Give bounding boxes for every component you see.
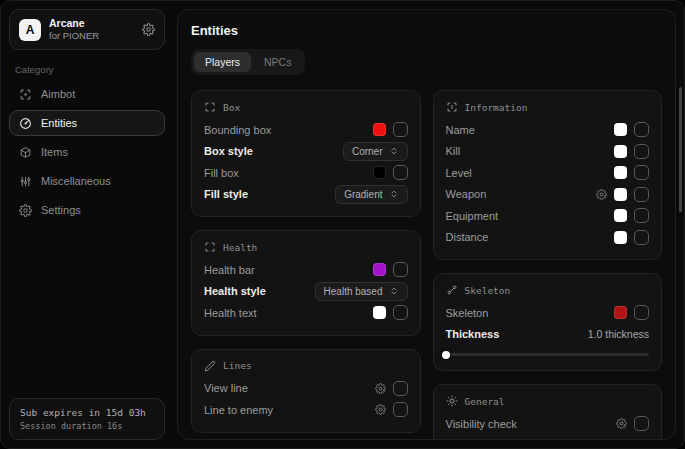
row-box-style: Box style Corner [204,141,408,163]
row-kill: Kill [446,141,650,163]
left-column: Box Bounding box Box style Corne [191,90,421,433]
sidebar-item-aimbot[interactable]: Aimbot [9,81,165,107]
slider-thumb[interactable] [442,351,450,359]
color-swatch[interactable] [373,123,386,136]
scrollbar-thumb[interactable] [679,87,682,212]
category-label: Category [15,64,159,75]
row-name: Name [446,119,650,141]
dropdown-value: Gradient [344,189,382,200]
health-bar-checkbox[interactable] [393,262,408,277]
sidebar-item-label: Miscellaneous [41,175,111,187]
panel-title: Skeleton [465,285,511,296]
brand-card: A Arcane for PIONER [9,9,165,50]
row-health-text: Health text [204,302,408,324]
panel-title: General [465,396,505,407]
page-title: Entities [191,23,662,38]
gear-icon[interactable] [596,189,607,200]
line-to-enemy-checkbox[interactable] [393,402,408,417]
fill-box-checkbox[interactable] [393,165,408,180]
row-equipment: Equipment [446,205,650,227]
distance-checkbox[interactable] [634,230,649,245]
equipment-checkbox[interactable] [634,208,649,223]
color-swatch[interactable] [614,123,627,136]
color-swatch[interactable] [614,231,627,244]
row-weapon: Weapon [446,184,650,206]
color-swatch[interactable] [614,209,627,222]
sidebar: A Arcane for PIONER Category Aimbot Enti… [1,1,173,448]
sidebar-item-label: Settings [41,204,81,216]
sidebar-item-label: Items [41,146,68,158]
panel-information: Information Name Kill [433,90,663,260]
panel-skeleton: Skeleton Skeleton Thickness 1.0 thicknes… [433,273,663,371]
subscription-card: Sub expires in 15d 03h Session duration … [9,398,165,440]
sidebar-item-label: Aimbot [41,88,75,100]
kill-checkbox[interactable] [634,144,649,159]
gear-icon[interactable] [375,404,386,415]
skeleton-checkbox[interactable] [634,305,649,320]
gear-icon [19,204,32,217]
gear-icon[interactable] [142,23,155,36]
sub-expires-text: Sub expires in 15d 03h [20,407,154,418]
thickness-value: 1.0 thickness [588,328,649,340]
scan-brackets-icon [204,241,216,253]
color-swatch[interactable] [373,166,386,179]
color-swatch[interactable] [614,145,627,158]
color-swatch[interactable] [373,263,386,276]
gear-icon[interactable] [375,383,386,394]
panel-health: Health Health bar Health style H [191,230,421,336]
crosshair-icon [19,88,32,101]
package-icon [19,146,32,159]
sidebar-item-label: Entities [41,117,77,129]
row-view-line: View line [204,378,408,400]
app-window: A Arcane for PIONER Category Aimbot Enti… [0,0,685,449]
tab-players[interactable]: Players [194,52,251,72]
sidebar-item-settings[interactable]: Settings [9,197,165,223]
row-fill-style: Fill style Gradient [204,184,408,206]
max-distance-value: 500m [623,439,649,440]
bounding-box-checkbox[interactable] [393,122,408,137]
panel-title: Information [465,102,528,113]
color-swatch[interactable] [614,166,627,179]
tab-npcs[interactable]: NPCs [253,52,302,72]
row-health-bar: Health bar [204,259,408,281]
fill-style-dropdown[interactable]: Gradient [335,185,407,204]
health-text-checkbox[interactable] [393,305,408,320]
unfold-icon [389,146,399,156]
visibility-check-checkbox[interactable] [634,416,649,431]
app-logo: A [19,19,41,41]
box-style-dropdown[interactable]: Corner [343,142,408,161]
dropdown-value: Corner [352,146,383,157]
sliders-icon [19,175,32,188]
sidebar-nav: Aimbot Entities Items Miscellaneous Sett… [9,81,165,223]
color-swatch[interactable] [614,306,627,319]
unfold-icon [389,189,399,199]
health-style-dropdown[interactable]: Health based [315,282,408,301]
sidebar-item-items[interactable]: Items [9,139,165,165]
weapon-checkbox[interactable] [634,187,649,202]
panel-title: Health [223,242,257,253]
row-fill-box: Fill box [204,162,408,184]
thickness-slider[interactable] [446,353,650,356]
color-swatch[interactable] [373,306,386,319]
gear-icon[interactable] [616,418,627,429]
radar-icon [19,117,32,130]
color-swatch[interactable] [614,188,627,201]
sidebar-item-entities[interactable]: Entities [9,110,165,136]
panel-lines: Lines View line Line to enemy [191,349,421,433]
info-scan-icon [446,101,458,113]
row-max-distance: Max distance 500m [446,435,650,441]
panel-general: General Visibility check Max distance 50… [433,384,663,440]
app-title: Arcane [49,17,134,30]
row-line-to-enemy: Line to enemy [204,399,408,421]
level-checkbox[interactable] [634,165,649,180]
sidebar-item-miscellaneous[interactable]: Miscellaneous [9,168,165,194]
row-bounding-box: Bounding box [204,119,408,141]
panel-box: Box Bounding box Box style Corne [191,90,421,217]
app-subtitle: for PIONER [49,30,134,42]
view-line-checkbox[interactable] [393,381,408,396]
name-checkbox[interactable] [634,122,649,137]
row-health-style: Health style Health based [204,281,408,303]
main-content: Entities Players NPCs Box Bounding box [177,9,676,440]
row-thickness: Thickness 1.0 thickness [446,324,650,346]
row-skeleton: Skeleton [446,302,650,324]
